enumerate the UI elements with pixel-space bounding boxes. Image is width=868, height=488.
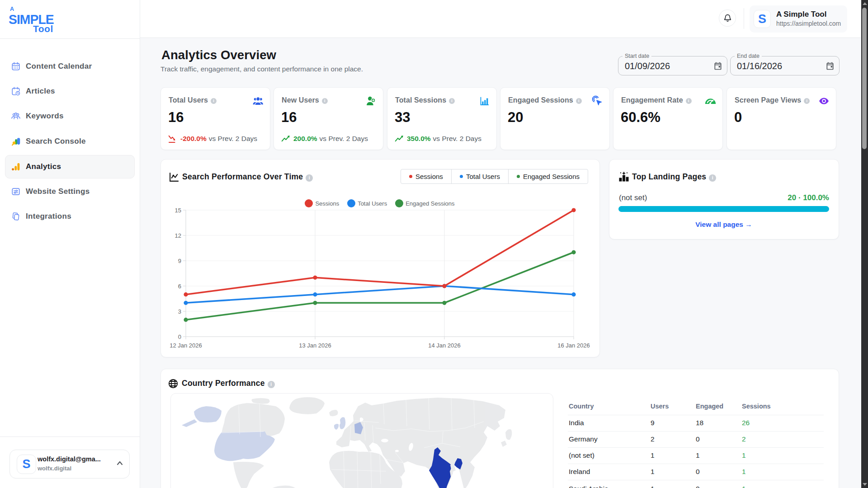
svg-text:13 Jan 2026: 13 Jan 2026	[299, 342, 331, 349]
svg-text:12: 12	[175, 232, 181, 239]
svg-text:15: 15	[175, 207, 181, 214]
svg-text:12 Jan 2026: 12 Jan 2026	[170, 342, 202, 349]
svg-text:3: 3	[178, 308, 181, 315]
svg-text:6: 6	[178, 283, 181, 290]
svg-text:14 Jan 2026: 14 Jan 2026	[428, 342, 461, 349]
svg-text:0: 0	[178, 333, 181, 340]
svg-text:16 Jan 2026: 16 Jan 2026	[557, 342, 590, 349]
svg-text:9: 9	[178, 258, 181, 264]
